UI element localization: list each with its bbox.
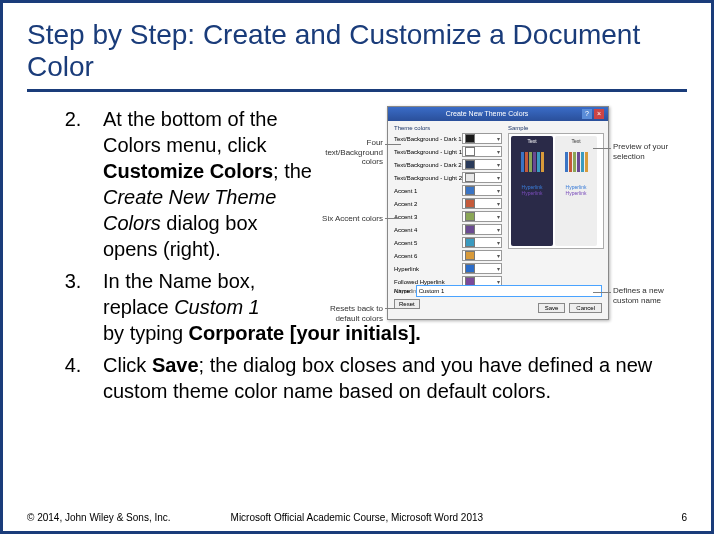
name-input: Custom 1 — [416, 285, 602, 297]
color-row: Accent 6▾ — [394, 250, 502, 261]
content-area: At the bottom of the Colors menu, click … — [27, 106, 687, 404]
chevron-down-icon: ▾ — [497, 200, 501, 207]
chevron-down-icon: ▾ — [497, 135, 501, 142]
callout-four-text-bg: Four text/Background colors — [307, 138, 383, 166]
name-label: Name: — [394, 288, 412, 294]
chevron-down-icon: ▾ — [497, 174, 501, 181]
theme-colors-label: Theme colors — [394, 125, 502, 131]
chevron-down-icon: ▾ — [497, 161, 501, 168]
title-rule — [27, 89, 687, 92]
sample-light-pane: Text HyperlinkHyperlink — [555, 136, 597, 246]
close-icon: × — [594, 109, 604, 119]
callout-resets: Resets back to default colors — [307, 304, 383, 322]
name-row: Name: Custom 1 — [388, 283, 608, 299]
color-dropdown: ▾ — [462, 172, 502, 183]
chevron-down-icon: ▾ — [497, 265, 501, 272]
color-dropdown: ▾ — [462, 133, 502, 144]
color-dropdown: ▾ — [462, 198, 502, 209]
color-row: Accent 2▾ — [394, 198, 502, 209]
color-row: Text/Background - Light 1▾ — [394, 146, 502, 157]
reset-button: Reset — [394, 299, 420, 309]
color-rows: Text/Background - Dark 1▾Text/Background… — [394, 133, 502, 287]
color-row: Accent 4▾ — [394, 224, 502, 235]
color-row: Text/Background - Dark 2▾ — [394, 159, 502, 170]
color-dropdown: ▾ — [462, 237, 502, 248]
dialog-create-new-theme-colors: Create New Theme Colors ? × Theme colors… — [387, 106, 609, 320]
slide-number: 6 — [681, 512, 687, 523]
color-row: Accent 5▾ — [394, 237, 502, 248]
color-row: Text/Background - Dark 1▾ — [394, 133, 502, 144]
slide-title: Step by Step: Create and Customize a Doc… — [27, 19, 687, 83]
color-dropdown: ▾ — [462, 146, 502, 157]
chevron-down-icon: ▾ — [497, 187, 501, 194]
slide-frame: Step by Step: Create and Customize a Doc… — [0, 0, 714, 534]
footer: © 2014, John Wiley & Sons, Inc. Microsof… — [3, 512, 711, 523]
color-dropdown: ▾ — [462, 211, 502, 222]
chevron-down-icon: ▾ — [497, 148, 501, 155]
sample-label: Sample — [508, 125, 604, 131]
footer-course: Microsoft Official Academic Course, Micr… — [231, 512, 484, 523]
callout-preview: Preview of your selection — [613, 142, 689, 160]
color-dropdown: ▾ — [462, 185, 502, 196]
chevron-down-icon: ▾ — [497, 213, 501, 220]
color-row: Accent 1▾ — [394, 185, 502, 196]
callout-six-accent: Six Accent colors — [307, 214, 383, 223]
color-row: Accent 3▾ — [394, 211, 502, 222]
footer-copyright: © 2014, John Wiley & Sons, Inc. — [27, 512, 171, 523]
callout-defines: Defines a new custom name — [613, 286, 689, 304]
save-button: Save — [538, 303, 566, 313]
chevron-down-icon: ▾ — [497, 252, 501, 259]
color-dropdown: ▾ — [462, 224, 502, 235]
sample-preview: Text HyperlinkHyperlink Text HyperlinkHy… — [508, 133, 604, 249]
step-4: Click Save; the dialog box closes and yo… — [87, 352, 687, 404]
chevron-down-icon: ▾ — [497, 239, 501, 246]
color-dropdown: ▾ — [462, 159, 502, 170]
figure: Create New Theme Colors ? × Theme colors… — [325, 106, 685, 336]
color-dropdown: ▾ — [462, 263, 502, 274]
color-row: Hyperlink▾ — [394, 263, 502, 274]
chevron-down-icon: ▾ — [497, 226, 501, 233]
color-dropdown: ▾ — [462, 250, 502, 261]
help-icon: ? — [582, 109, 592, 119]
color-row: Text/Background - Light 2▾ — [394, 172, 502, 183]
chevron-down-icon: ▾ — [497, 278, 501, 285]
dialog-title-text: Create New Theme Colors — [392, 107, 582, 121]
dialog-titlebar: Create New Theme Colors ? × — [388, 107, 608, 121]
sample-dark-pane: Text HyperlinkHyperlink — [511, 136, 553, 246]
cancel-button: Cancel — [569, 303, 602, 313]
